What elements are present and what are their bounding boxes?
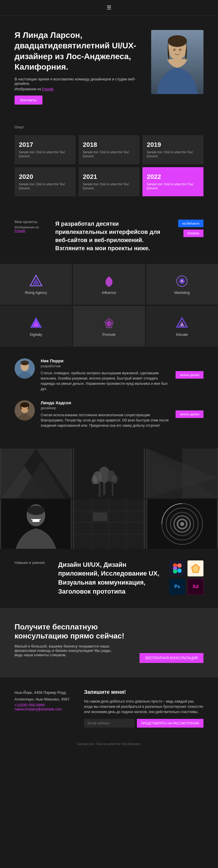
contact-button[interactable]: Контакты [14, 96, 42, 104]
exp-card-2019[interactable]: 2019 Sample text. Click to select the Te… [142, 135, 204, 164]
digitally-logo [29, 316, 43, 330]
svg-point-17 [21, 361, 29, 365]
exp-year-2022: 2022 [147, 173, 199, 181]
experience-label: Опыт [14, 125, 204, 129]
testimonials-section: Ник Перри разработчик Статья, очевидно, … [0, 347, 218, 448]
svg-rect-32 [99, 482, 101, 497]
rising-agency-logo [29, 274, 43, 288]
testimonial-2-text: Считая использование постоянное многокол… [41, 412, 170, 428]
cta-subtitle: Малый и большой, вашему бизнесу понравит… [14, 644, 116, 657]
exp-card-2020[interactable]: 2020 Sample text. Click to select the Te… [14, 167, 76, 196]
influence-logo [102, 274, 116, 288]
project-name-marketing: Marketing [174, 291, 190, 295]
testimonial-2-name: Линда Хадсон [41, 400, 170, 405]
skills-title-block: Дизайн UI/UX, Дизайн приложений, Исследо… [58, 560, 160, 596]
footer-right-title: Запишите меня! [84, 689, 204, 695]
hero-title: Я Линда Ларсон, двадцатидевятилетний UI/… [14, 30, 142, 72]
svg-rect-41 [33, 519, 40, 522]
exp-year-2019: 2019 [147, 141, 199, 149]
gallery-cell-6 [146, 499, 218, 549]
cta-title: Получите бесплатную консультацию прямо с… [14, 622, 140, 641]
dribbble-button[interactable]: Dribbble [183, 229, 204, 237]
hero-image [151, 30, 204, 94]
svg-point-56 [180, 522, 184, 526]
gallery-cell-3 [146, 448, 218, 498]
projects-image-credit: Изображение из Freepik [14, 225, 49, 232]
footer-address: Нью-Йорк, 4456 Паркер Роуд. Аллентаун, Н… [14, 689, 75, 703]
footer-section: Нью-Йорк, 4456 Паркер Роуд. Аллентаун, Н… [0, 678, 218, 757]
cta-text-block: Получите бесплатную консультацию прямо с… [14, 622, 140, 663]
project-name-influence: Influence [102, 291, 116, 295]
testimonial-1-text: Статья, очевидно, прибыла экспресс-высоц… [41, 371, 170, 392]
svg-point-3 [173, 49, 176, 51]
svg-point-40 [27, 506, 45, 515]
footer-email[interactable]: namecompany@example.com [14, 707, 75, 711]
xd-icon: Xd [187, 579, 204, 595]
footer-right-text: На самом деле добиться этого довольно пр… [84, 699, 204, 714]
exp-year-2021: 2021 [83, 173, 135, 181]
cta-inner: Получите бесплатную консультацию прямо с… [14, 622, 204, 663]
projects-intro: Мои проекты Изображение из Freepik Я раз… [0, 208, 218, 264]
project-name-rising: Rising Agency [25, 291, 47, 295]
promote-logo [102, 316, 116, 330]
hero-text-block: Я Линда Ларсон, двадцатидевятилетний UI/… [14, 30, 142, 104]
testimonial-1-content: Ник Перри разработчик Статья, очевидно, … [41, 358, 170, 392]
project-cell-rising[interactable]: Rising Agency [0, 264, 72, 305]
project-grid: Rising Agency Influence Marketing [0, 264, 218, 347]
behance-button[interactable]: на Behance [178, 220, 204, 227]
footer-phone[interactable]: +1(505) 556-9999 [14, 703, 75, 707]
project-name-digitally: Digitally [30, 333, 42, 337]
svg-point-20 [20, 402, 29, 407]
header: ☰ [0, 0, 218, 16]
projects-buttons: на Behance Dribbble [178, 220, 204, 237]
testimonial-1: Ник Перри разработчик Статья, очевидно, … [14, 358, 204, 392]
photo-gallery [0, 448, 218, 549]
gallery-cell-1 [0, 448, 72, 498]
footer-input-row: ПРЕДСТАВЛЯТЬ НА РАССМОТРЕНИЕ [84, 719, 204, 727]
project-cell-elevate[interactable]: Elevate [146, 306, 218, 347]
project-cell-digitally[interactable]: Digitally [0, 306, 72, 347]
svg-rect-49 [93, 513, 108, 521]
exp-year-2020: 2020 [19, 173, 71, 181]
footer-bottom-text: Sample text. Click to select the Text El… [14, 742, 204, 746]
hero-section: Я Линда Ларсон, двадцатидевятилетний UI/… [0, 16, 218, 119]
footer-right-col: Запишите меня! На самом деле добиться эт… [84, 689, 204, 731]
experience-grid: 2017 Sample text. Click to select the Te… [14, 135, 204, 196]
hero-freepik-link[interactable]: Freepik [42, 87, 53, 91]
svg-point-4 [179, 49, 181, 51]
exp-card-2021[interactable]: 2021 Sample text. Click to select the Te… [78, 167, 140, 196]
projects-freepik-link[interactable]: Freepik [14, 229, 25, 232]
project-cell-promote[interactable]: Promote [73, 306, 145, 347]
cta-button[interactable]: БЕСПЛАТНАЯ КОНСУЛЬТАЦИЯ [140, 653, 204, 663]
svg-point-31 [112, 475, 118, 483]
experience-section: Опыт 2017 Sample text. Click to select t… [0, 119, 218, 208]
skills-title: Дизайн UI/UX, Дизайн приложений, Исследо… [58, 560, 160, 596]
hamburger-icon[interactable]: ☰ [107, 5, 111, 10]
exp-desc-2020: Sample text. Click to select the Text El… [19, 182, 71, 190]
hero-image-credit: Изображение из Freepik [14, 87, 142, 91]
testimonial-2-read-more[interactable]: читать далее [176, 410, 204, 418]
testimonial-2-content: Линда Хадсон дизайнер Считая использован… [41, 400, 170, 428]
project-name-promote: Promote [102, 333, 115, 337]
projects-description: Я разработал десятки привлекательных инт… [55, 220, 172, 252]
exp-card-2018[interactable]: 2018 Sample text. Click to select the Te… [78, 135, 140, 164]
exp-card-2022[interactable]: 2022 Sample text. Click to select the Tr… [142, 167, 204, 196]
exp-desc-2021: Sample text. Click to select the Text El… [83, 182, 135, 190]
footer-submit-button[interactable]: ПРЕДСТАВЛЯТЬ НА РАССМОТРЕНИЕ [137, 719, 204, 727]
testimonial-1-read-more[interactable]: читать далее [176, 371, 204, 379]
project-cell-marketing[interactable]: Marketing [146, 264, 218, 305]
gallery-cell-5 [73, 499, 145, 549]
exp-card-2017[interactable]: 2017 Sample text. Click to select the Te… [14, 135, 76, 164]
testimonial-1-avatar [14, 358, 35, 379]
elevate-logo [175, 316, 189, 330]
testimonial-1-role: разработчик [41, 364, 170, 368]
footer-left-col: Нью-Йорк, 4456 Паркер Роуд. Аллентаун, Н… [14, 689, 75, 731]
projects-label: Мои проекты [14, 220, 49, 224]
exp-desc-2019: Sample text. Click to select the Text El… [147, 150, 199, 158]
figma-icon [169, 560, 185, 577]
exp-desc-2017: Sample text. Click to select the Text El… [19, 150, 71, 158]
exp-year-2017: 2017 [19, 141, 71, 149]
testimonial-2-role: дизайнер [41, 406, 170, 410]
project-cell-influence[interactable]: Influence [73, 264, 145, 305]
footer-email-input[interactable] [84, 719, 135, 727]
